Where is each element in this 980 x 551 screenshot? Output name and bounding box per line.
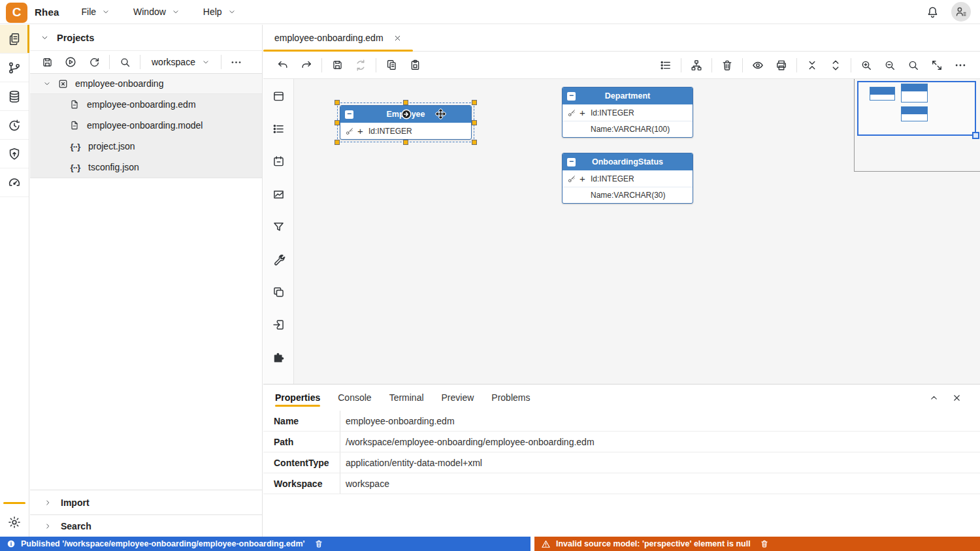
- resize-handle-se[interactable]: [472, 140, 477, 145]
- attribute-row[interactable]: + Id:INTEGER: [340, 123, 471, 139]
- key-icon: [567, 108, 576, 118]
- redo-button[interactable]: [295, 56, 318, 74]
- copy-button[interactable]: [380, 56, 403, 74]
- palette-import-button[interactable]: [269, 315, 288, 334]
- zoom-out-icon: [883, 59, 896, 72]
- minimap-resize-handle[interactable]: [972, 132, 979, 139]
- preview-button[interactable]: [746, 56, 770, 74]
- entity-onboardingstatus[interactable]: OnboardingStatus − + Id:INTEGER Name:VAR…: [562, 153, 693, 204]
- expand-all-button[interactable]: [824, 56, 847, 74]
- activity-item-performance[interactable]: [0, 168, 29, 197]
- collapse-entity-button[interactable]: −: [567, 92, 576, 101]
- tab-preview[interactable]: Preview: [442, 385, 474, 411]
- activity-item-git[interactable]: [0, 54, 29, 82]
- resize-handle-n[interactable]: [403, 100, 408, 105]
- save-button[interactable]: [325, 56, 349, 74]
- save-button[interactable]: [35, 53, 59, 71]
- resize-handle-w[interactable]: [335, 120, 340, 125]
- collapse-entity-button[interactable]: −: [345, 110, 353, 119]
- close-icon: [952, 393, 962, 403]
- tab-close-button[interactable]: [393, 34, 402, 42]
- tab-employee-onboarding-edm[interactable]: employee-onboarding.edm: [263, 25, 413, 51]
- settings-button[interactable]: [0, 508, 29, 537]
- collapse-panel-button[interactable]: [929, 393, 939, 403]
- notifications-button[interactable]: [926, 5, 939, 19]
- document-icon: [69, 99, 80, 110]
- palette-copy-button[interactable]: [269, 282, 288, 302]
- paste-button[interactable]: [403, 56, 427, 74]
- palette-entity-button[interactable]: [269, 86, 288, 106]
- attribute-row[interactable]: + Id:INTEGER: [563, 104, 693, 121]
- sidebar-section-search[interactable]: Search: [30, 514, 262, 537]
- minimap-viewport[interactable]: [857, 81, 976, 136]
- tree-item-project[interactable]: employee-onboarding: [30, 74, 262, 94]
- sync-button[interactable]: [349, 56, 372, 74]
- more-actions-button[interactable]: [225, 53, 248, 71]
- tree-item-file[interactable]: employee-onboarding.model: [30, 115, 262, 136]
- workspace-dropdown[interactable]: workspace: [144, 57, 218, 67]
- attribute-row[interactable]: + Id:INTEGER: [563, 170, 693, 187]
- print-button[interactable]: [770, 56, 793, 74]
- palette-chart-button[interactable]: [269, 184, 288, 204]
- search-button[interactable]: [902, 56, 925, 74]
- auto-layout-button[interactable]: [685, 56, 708, 74]
- tab-terminal[interactable]: Terminal: [389, 385, 424, 411]
- palette-calendar-button[interactable]: [269, 151, 288, 171]
- search-button[interactable]: [113, 53, 137, 71]
- run-button[interactable]: [59, 53, 82, 71]
- collapse-entity-button[interactable]: −: [567, 158, 576, 166]
- activity-item-history[interactable]: [0, 111, 29, 140]
- palette-filter-button[interactable]: [269, 217, 288, 236]
- user-avatar[interactable]: [951, 2, 971, 22]
- delete-button[interactable]: [715, 56, 739, 74]
- close-panel-button[interactable]: [952, 393, 962, 403]
- resize-handle-ne[interactable]: [472, 100, 477, 105]
- activity-item-security[interactable]: [0, 140, 29, 168]
- json-braces-icon: {··}: [69, 163, 81, 172]
- resize-handle-sw[interactable]: [335, 140, 340, 145]
- chevron-down-icon: [172, 8, 180, 16]
- printer-icon: [775, 59, 788, 72]
- collapse-all-button[interactable]: [800, 56, 824, 74]
- menu-file[interactable]: File: [81, 7, 110, 17]
- tab-console[interactable]: Console: [338, 385, 371, 411]
- database-icon: [7, 89, 22, 104]
- entity-department[interactable]: Department − + Id:INTEGER Name:VARCHAR(1…: [562, 87, 693, 138]
- entity-onboardingstatus-header[interactable]: OnboardingStatus −: [563, 153, 693, 170]
- resize-handle-e[interactable]: [472, 120, 477, 125]
- palette-list-button[interactable]: [269, 119, 288, 138]
- palette-plugin-button[interactable]: [269, 347, 288, 367]
- undo-button[interactable]: [271, 56, 295, 74]
- zoom-in-button[interactable]: [855, 56, 878, 74]
- tab-problems[interactable]: Problems: [491, 385, 530, 411]
- tree-item-file[interactable]: employee-onboarding.edm: [30, 94, 262, 115]
- fit-to-screen-button[interactable]: [925, 56, 949, 74]
- dismiss-message-button[interactable]: [314, 539, 323, 548]
- projects-section-header[interactable]: Projects: [30, 25, 262, 51]
- outline-list-button[interactable]: [654, 56, 678, 74]
- attribute-row[interactable]: Name:VARCHAR(100): [563, 121, 693, 137]
- menu-window[interactable]: Window: [133, 7, 180, 17]
- palette-tools-button[interactable]: [269, 249, 288, 269]
- attribute-row[interactable]: Name:VARCHAR(30): [563, 187, 693, 203]
- entity-department-header[interactable]: Department −: [563, 87, 693, 104]
- attribute-text: Id:INTEGER: [591, 174, 634, 183]
- activity-item-database[interactable]: [0, 82, 29, 111]
- activity-item-explorer[interactable]: [0, 25, 29, 54]
- more-actions-button[interactable]: [949, 56, 972, 74]
- tree-item-file[interactable]: {··} project.json: [30, 136, 262, 157]
- workspace-dropdown-value: workspace: [152, 57, 195, 67]
- resize-handle-s[interactable]: [403, 140, 408, 145]
- menu-help[interactable]: Help: [203, 7, 236, 17]
- tree-item-file[interactable]: {··} tsconfig.json: [30, 157, 262, 178]
- dismiss-message-button[interactable]: [760, 539, 769, 548]
- zoom-out-button[interactable]: [878, 56, 902, 74]
- tab-properties[interactable]: Properties: [275, 385, 320, 411]
- resize-handle-nw[interactable]: [335, 100, 340, 105]
- sidebar-section-import[interactable]: Import: [30, 490, 262, 514]
- toolbar-separator: [376, 58, 376, 72]
- add-attribute-icon: +: [580, 174, 585, 183]
- zoom-in-icon: [860, 59, 873, 72]
- diagram-canvas[interactable]: Employee − + Id:INTEGER: [294, 79, 980, 384]
- refresh-button[interactable]: [82, 53, 106, 71]
